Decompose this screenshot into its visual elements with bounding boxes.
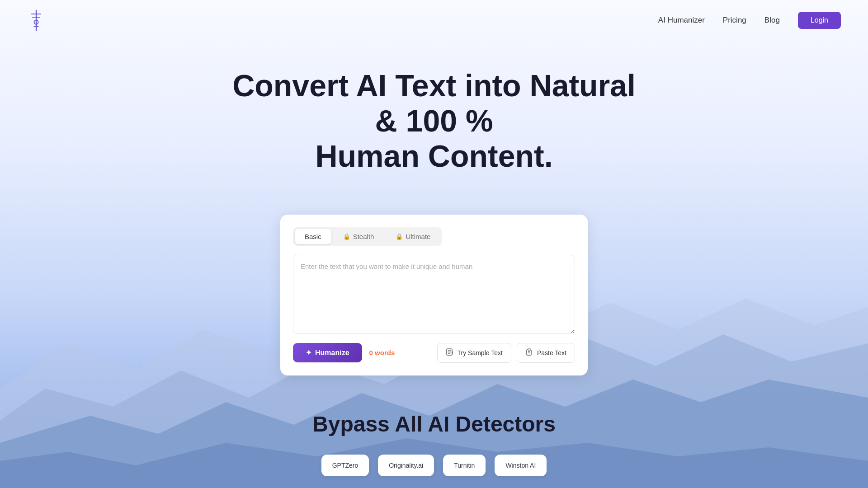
detector-card-1: GPTZero: [321, 455, 369, 476]
svg-rect-14: [527, 350, 531, 355]
detector-cards-row: GPTZero Originality.ai Turnitin Winston …: [9, 455, 859, 476]
navbar: AI Humanizer Pricing Blog Login: [0, 0, 868, 41]
nav-pricing[interactable]: Pricing: [723, 16, 746, 25]
word-count-display: 0 words: [369, 349, 395, 357]
stealth-lock-icon: 🔒: [343, 233, 350, 240]
main-card-container: Basic 🔒 Stealth 🔒 Ultimate ✦ Humanize 0 …: [0, 215, 868, 375]
svg-rect-15: [528, 349, 531, 350]
detector-card-2: Originality.ai: [378, 455, 434, 476]
hero-section: Convert AI Text into Natural & 100 % Hum…: [0, 41, 868, 215]
logo[interactable]: [27, 9, 45, 32]
login-button[interactable]: Login: [798, 12, 841, 29]
detector-card-3: Turnitin: [443, 455, 486, 476]
hero-title: Convert AI Text into Natural & 100 % Hum…: [231, 68, 637, 174]
tab-stealth[interactable]: 🔒 Stealth: [333, 229, 384, 244]
sample-icon: [446, 348, 454, 358]
bypass-title: Bypass All AI Detectors: [9, 412, 859, 436]
right-actions: Try Sample Text Paste Text: [437, 343, 576, 363]
humanize-button[interactable]: ✦ Humanize: [293, 343, 362, 362]
tab-basic[interactable]: Basic: [295, 229, 331, 244]
paste-icon: [525, 348, 533, 358]
tab-ultimate[interactable]: 🔒 Ultimate: [386, 229, 440, 244]
nav-links: AI Humanizer Pricing Blog Login: [658, 12, 841, 29]
card-bottom-bar: ✦ Humanize 0 words: [293, 343, 575, 363]
input-textarea[interactable]: [293, 255, 575, 334]
mode-tabs: Basic 🔒 Stealth 🔒 Ultimate: [293, 227, 442, 246]
logo-icon: [27, 9, 45, 32]
nav-ai-humanizer[interactable]: AI Humanizer: [658, 16, 705, 25]
left-actions: ✦ Humanize 0 words: [293, 343, 395, 362]
ultimate-lock-icon: 🔒: [396, 233, 403, 240]
paste-text-button[interactable]: Paste Text: [517, 343, 575, 363]
try-sample-button[interactable]: Try Sample Text: [437, 343, 511, 363]
humanize-icon: ✦: [306, 348, 311, 357]
nav-blog[interactable]: Blog: [764, 16, 780, 25]
bypass-section: Bypass All AI Detectors GPTZero Original…: [0, 375, 868, 488]
main-card: Basic 🔒 Stealth 🔒 Ultimate ✦ Humanize 0 …: [280, 215, 588, 375]
detector-card-4: Winston AI: [495, 455, 547, 476]
